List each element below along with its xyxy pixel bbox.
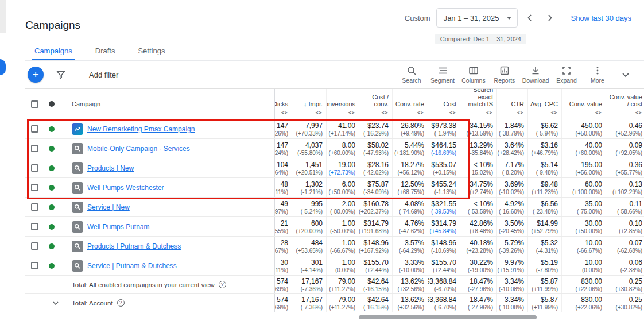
new-campaign-button[interactable]	[28, 67, 44, 83]
metric-change[interactable]: (-16.69%)	[431, 150, 456, 156]
date-range-selector[interactable]: Jan 1 – 31, 2025	[436, 8, 518, 28]
next-period-button[interactable]	[542, 10, 558, 26]
status-enabled-dot[interactable]	[49, 165, 55, 171]
reports-label: Reports	[494, 77, 515, 84]
row-checkbox[interactable]	[31, 125, 38, 133]
metric-change[interactable]: (-39.53%)	[431, 208, 456, 215]
show-last-30-days-link[interactable]: Show last 30 days	[571, 14, 631, 22]
column-header-search-exact-match-is[interactable]: Search exact match IS<>	[460, 89, 496, 119]
metric-value: 3.34%	[505, 296, 524, 304]
status-enabled-dot[interactable]	[49, 224, 55, 230]
filter-icon[interactable]	[56, 69, 66, 80]
column-header-conv-rate[interactable]: Conv. rate<>	[392, 89, 428, 119]
metric-value: 104	[277, 161, 288, 169]
more-button[interactable]: More	[582, 61, 613, 88]
collapse-toolbar-button[interactable]	[613, 69, 638, 80]
metric-cell: $155.70(+2.44%)	[359, 256, 392, 275]
download-button[interactable]: Download	[520, 61, 551, 88]
metric-cell: 1,451(+20.51%)	[292, 158, 326, 177]
reports-button[interactable]: Reports	[489, 61, 520, 88]
add-filter-button[interactable]: Add filter	[89, 71, 118, 79]
metric-change[interactable]: (+72.73%)	[329, 169, 355, 176]
status-enabled-dot[interactable]	[49, 185, 55, 191]
row-checkbox[interactable]	[31, 223, 38, 230]
campaign-name-link[interactable]: Products | Putnam & Dutchess	[87, 242, 181, 250]
column-header-ctr[interactable]: CTR<>	[496, 89, 527, 119]
metric-change: (+30.82%)	[616, 304, 642, 311]
metric-change: (+52.96%)	[616, 130, 642, 137]
metric-cell: 0.06(-2.38%)	[606, 256, 644, 275]
metric-change: (-27.96%)	[468, 304, 493, 311]
column-header-conversions[interactable]: Conversions<>	[326, 89, 359, 119]
row-checkbox[interactable]	[31, 262, 38, 269]
metric-change: (-15.02%)	[468, 169, 493, 176]
metric-change: (-16.60%)	[499, 208, 524, 215]
column-header-cost-conv[interactable]: Cost / conv.<>	[359, 89, 392, 119]
column-sort-icon: <>	[281, 110, 288, 115]
horizontal-scrollbar[interactable]	[359, 315, 537, 319]
campaign-name-link[interactable]: Well Pumps Westchester	[87, 184, 164, 192]
tab-settings[interactable]: Settings	[135, 40, 167, 60]
metric-change: (+2.74%)	[470, 189, 493, 195]
help-icon[interactable]	[117, 299, 125, 307]
metric-change: (-16.15%)	[363, 286, 389, 292]
status-enabled-dot[interactable]	[49, 146, 55, 152]
metric-change: (-16.29%)	[363, 130, 389, 137]
expand-button[interactable]: Expand	[551, 61, 582, 88]
campaign-header-cell[interactable]: Campaign	[60, 89, 274, 119]
row-checkbox[interactable]	[31, 242, 38, 250]
metric-cell: 147.26%)	[274, 119, 292, 138]
campaign-name-link[interactable]: Well Pumps Putnam	[87, 223, 150, 231]
metric-cell: 1.84%(-38.79%)	[496, 119, 527, 138]
columns-button[interactable]: Columns	[458, 61, 489, 88]
metric-change: (-6.70%)	[434, 304, 456, 311]
metric-value: 79.00	[338, 296, 355, 304]
column-header-label: Avg. CPC	[530, 100, 558, 108]
row-checkbox[interactable]	[31, 203, 38, 211]
row-checkbox[interactable]	[31, 145, 38, 152]
status-enabled-dot[interactable]	[49, 243, 55, 249]
row-checkbox[interactable]	[31, 164, 38, 172]
campaign-name-link[interactable]: Mobile-Only Campaign - Services	[87, 145, 190, 153]
metric-change: (+50.00%)	[576, 130, 602, 137]
select-all-checkbox[interactable]	[31, 100, 38, 108]
search-button[interactable]: Search	[396, 61, 427, 88]
metric-value: 995	[311, 200, 323, 208]
campaign-name-link[interactable]: Service | New	[87, 203, 130, 211]
campaign-name-link[interactable]: Service | Putnam & Dutchess	[87, 262, 177, 270]
column-header-cost[interactable]: Cost<>	[428, 89, 460, 119]
metric-value: $58.02	[367, 141, 389, 149]
metric-change: (-7.36%)	[301, 286, 323, 292]
metric-change: (-23.48%)	[533, 208, 558, 215]
metric-value: $535.07	[432, 161, 456, 169]
row-checkbox[interactable]	[31, 184, 38, 191]
metric-change: (-55.80%)	[297, 150, 323, 156]
metric-change: (+56.00%)	[576, 169, 602, 176]
tab-campaigns[interactable]: Campaigns	[32, 40, 75, 60]
left-nav-edge	[0, 0, 6, 33]
metric-cell: $155.70(+2.44%)	[428, 256, 460, 275]
status-enabled-dot[interactable]	[49, 263, 55, 269]
column-header-avg-cpc[interactable]: Avg. CPC<>	[527, 89, 561, 119]
metric-cell: $28.16(-42.02%)	[359, 158, 392, 177]
campaign-name-link[interactable]: New Remarketing Pmax Campaign	[87, 125, 195, 133]
chevron-down-icon[interactable]	[52, 299, 63, 307]
metric-change[interactable]: (+45.84%)	[430, 228, 456, 234]
status-enabled-dot[interactable]	[49, 126, 55, 132]
tab-drafts[interactable]: Drafts	[93, 40, 118, 60]
column-header-clicks[interactable]: Clicks<>	[274, 89, 292, 119]
column-header-conv-value[interactable]: Conv. value<>	[561, 89, 606, 119]
status-enabled-dot[interactable]	[49, 204, 55, 210]
previous-period-button[interactable]	[522, 10, 538, 26]
metric-value: 18.47%	[470, 296, 493, 304]
segment-button[interactable]: Segment	[427, 61, 458, 88]
metric-change: .69%)	[274, 286, 288, 292]
help-icon[interactable]	[219, 281, 226, 288]
campaign-name-link[interactable]: Products | New	[87, 164, 134, 172]
date-range-picker: Custom Jan 1 – 31, 2025 Show last 30 day…	[405, 8, 644, 28]
column-header-impr[interactable]: ↓ Impr.<>	[292, 89, 326, 119]
metric-cell: $321.55(-39.53%)	[428, 198, 460, 216]
column-header-conv-value-cost[interactable]: Conv. value / cost<>	[606, 89, 644, 119]
metric-change: (+20.00%)	[296, 228, 323, 234]
metric-value: 1.00	[342, 219, 355, 227]
